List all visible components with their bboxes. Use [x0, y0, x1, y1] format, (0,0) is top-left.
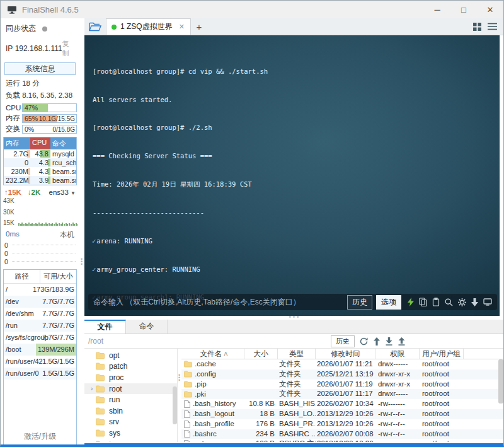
tab-close-icon[interactable]: ✕ [179, 23, 185, 31]
process-col-memory[interactable]: 内存 [4, 137, 30, 149]
folder-icon [184, 391, 192, 398]
file-table-scrollbar[interactable] [498, 359, 503, 403]
file-row[interactable]: .pki 文件夹 2026/01/07 11:17 drwxr----- roo… [181, 389, 503, 399]
terminal-tab-bar: 1 ZSQ虚拟世界 ✕ + [84, 18, 503, 35]
tree-splitter[interactable]: ••• [177, 349, 181, 442]
folder-icon [96, 363, 105, 370]
tree-folder-item[interactable]: › patch [84, 361, 177, 373]
download-file-icon[interactable] [386, 337, 392, 345]
file-owner: root/root [420, 409, 464, 419]
network-ytick: 30K [3, 209, 20, 216]
refresh-icon[interactable] [360, 337, 368, 345]
expander-icon[interactable]: › [91, 385, 96, 392]
folder-icon [184, 371, 192, 378]
disk-row: /dev 7.7G/7.7G [4, 296, 76, 308]
tree-folder-item[interactable]: › srv [84, 417, 177, 428]
file-row[interactable]: .pip 文件夹 2026/01/07 11:19 drwxr-xr-x roo… [181, 380, 503, 390]
copy-ip-link[interactable]: 复制 [62, 39, 74, 58]
file-row[interactable]: .bash_logout 18 B BASH_LO... 2013/12/29 … [181, 409, 503, 419]
meter-row: CPU 47% [3, 103, 77, 112]
new-tab-button[interactable]: + [191, 20, 207, 35]
ping-row: 0 [4, 249, 76, 257]
minimize-button[interactable]: ─ [424, 1, 450, 18]
terminal-screen[interactable]: [root@localhost group]# cd vip && ./star… [84, 35, 500, 316]
window-title: FinalShell 4.6.5 [22, 5, 79, 15]
file-permissions: -rw------- [375, 399, 420, 409]
upload-file-icon[interactable] [398, 337, 405, 345]
folder-icon [96, 396, 105, 403]
process-col-command[interactable]: 命令 [50, 137, 76, 149]
disk-col-available[interactable]: 可用/大小 [40, 270, 76, 283]
grid-layout-icon[interactable] [473, 23, 481, 31]
col-modified[interactable]: 修改时间 [316, 349, 375, 359]
download-arrow-icon[interactable] [471, 298, 478, 306]
file-name: .bashrc [193, 429, 217, 439]
col-type[interactable]: 类型 [278, 349, 316, 359]
file-row[interactable]: .config 文件夹 2025/12/21 13:19 drwxr-xr-x … [181, 369, 503, 380]
tree-folder-item[interactable]: › opt [84, 350, 177, 361]
tree-folder-item[interactable]: › sys [84, 427, 177, 439]
ip-label: IP [6, 44, 13, 53]
path-history-button[interactable]: 历史 [331, 335, 355, 347]
tree-folder-item[interactable]: › sbin [84, 405, 177, 417]
tree-folder-item[interactable]: › root [84, 383, 177, 395]
file-icon [184, 400, 190, 408]
meter-percent: 65% [25, 115, 38, 123]
ping-target: 本机 [60, 230, 74, 240]
ping-row: 0 [4, 257, 76, 265]
process-memory: 2.7G [13, 150, 28, 158]
interface-selector[interactable]: ens33 ▼ [49, 189, 76, 196]
check-icon: ✓ [92, 237, 96, 245]
tree-folder-item[interactable]: › tmp [84, 439, 177, 442]
command-input[interactable] [93, 298, 343, 306]
paste-icon[interactable] [432, 298, 440, 306]
file-row[interactable]: .bash_history 10.8 KB BASH_HIS... 2026/0… [181, 399, 503, 409]
ping-row: 0 [4, 241, 76, 249]
process-row: 230M 4.3 beam.smp [4, 167, 76, 176]
file-row[interactable]: .bash_profile 176 B BASH_PR... 2013/12/2… [181, 419, 503, 429]
path-input[interactable] [88, 337, 331, 345]
open-folder-icon [89, 22, 101, 32]
menu-icon[interactable] [488, 23, 497, 30]
options-button[interactable]: 选项 [376, 295, 401, 310]
file-row[interactable]: .cshrc 100 B CSHRC 文件 2013/12/29 10:26 -… [181, 439, 503, 442]
file-row[interactable]: .bashrc 234 B BASHRC ... 2026/02/07 00:0… [181, 429, 503, 439]
monitor-icon[interactable] [483, 298, 492, 306]
tab-commands[interactable]: 命令 [126, 320, 168, 334]
lightning-icon[interactable] [408, 298, 414, 306]
gear-icon[interactable] [458, 298, 466, 306]
col-permissions[interactable]: 权限 [375, 349, 420, 359]
process-memory: 230M [11, 168, 28, 175]
close-button[interactable]: ✕ [477, 1, 503, 18]
file-size [244, 389, 278, 399]
search-icon[interactable] [445, 298, 453, 306]
system-info-button[interactable]: 系统信息 [4, 62, 76, 75]
tree-folder-item[interactable]: › proc [84, 372, 177, 383]
process-table-header: 内存 CPU 命令 [4, 137, 76, 149]
copy-icon[interactable] [419, 298, 427, 306]
folder-icon [96, 429, 105, 437]
file-size: 10.8 KB [244, 399, 278, 409]
activate-upgrade-link[interactable]: 激活/升级 [1, 431, 79, 442]
file-owner: root/root [420, 399, 464, 409]
disk-available: 139M/296M [36, 344, 76, 356]
disk-col-path[interactable]: 路径 [4, 270, 40, 283]
sidebar-splitter[interactable]: ••• [79, 18, 84, 444]
terminal-tab[interactable]: 1 ZSQ虚拟世界 ✕ [106, 18, 191, 35]
maximize-button[interactable]: □ [450, 1, 477, 18]
process-col-cpu[interactable]: CPU [30, 137, 50, 149]
file-row[interactable]: .cache 文件夹 2026/01/07 11:21 drwx------ r… [181, 359, 503, 369]
history-button[interactable]: 历史 [347, 295, 372, 310]
network-ytick: 15K [3, 219, 20, 226]
tree-folder-item[interactable]: › run [84, 394, 177, 405]
file-permissions: -rw-r--r-- [375, 409, 420, 419]
file-permissions: drwxr-xr-x [375, 380, 420, 390]
tab-files[interactable]: 文件 [84, 320, 126, 334]
parent-dir-icon[interactable] [374, 337, 380, 345]
file-type: 文件夹 [278, 369, 316, 380]
open-connection-button[interactable] [84, 18, 106, 35]
col-owner[interactable]: 用户/用户组 [420, 349, 464, 359]
tree-scrollbar[interactable] [173, 386, 177, 424]
col-filename[interactable]: 文件名 ᐱ [181, 349, 244, 359]
col-size[interactable]: 大小 [244, 349, 278, 359]
